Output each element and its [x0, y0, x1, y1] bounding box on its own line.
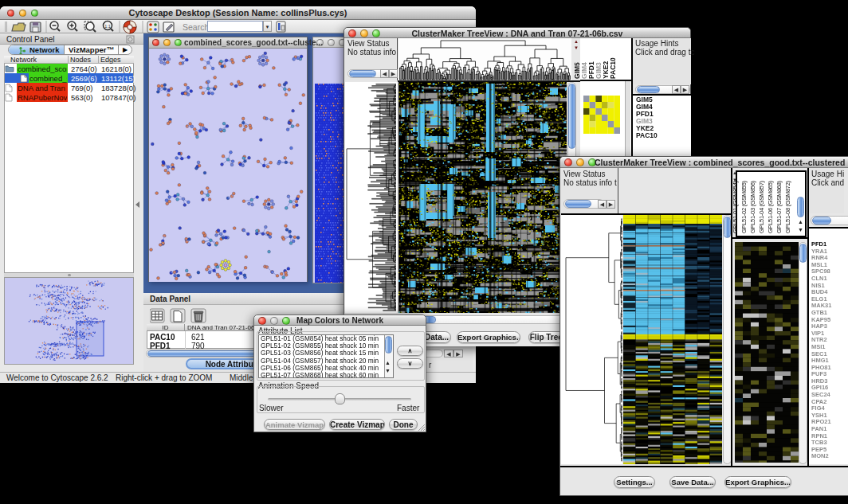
svg-text:1:1: 1:1 — [104, 24, 111, 29]
